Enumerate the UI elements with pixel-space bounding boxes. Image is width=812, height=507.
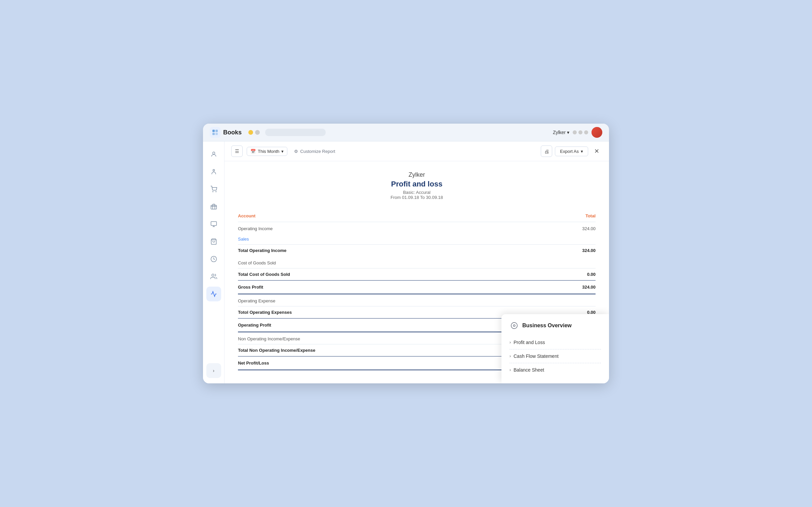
sidebar-item-items[interactable]	[206, 182, 221, 197]
maximize-dot[interactable]	[255, 130, 260, 135]
sidebar-item-purchases[interactable]	[206, 234, 221, 249]
app-name-label: Books	[223, 129, 242, 136]
cogs-header-label: Cost of Goods Sold	[238, 256, 543, 268]
col-total: Total	[543, 210, 596, 222]
org-name-label: Zylker ▾	[553, 130, 569, 135]
bo-chevron-profit: ›	[510, 340, 511, 345]
svg-point-15	[212, 274, 214, 277]
section-operating-expense: Operating Expense	[238, 294, 596, 306]
svg-point-4	[212, 152, 215, 154]
sales-label: Sales	[238, 234, 543, 245]
bo-cash-flow-label: Cash Flow Statement	[514, 353, 559, 359]
report-subtitle: Basic: Accural	[238, 190, 596, 195]
sidebar-expand-button[interactable]: ›	[206, 363, 221, 378]
report-title: Profit and loss	[238, 180, 596, 188]
col-account: Account	[238, 210, 543, 222]
sales-value	[543, 234, 596, 245]
sidebar-item-time[interactable]	[206, 252, 221, 266]
report-date-range: From 01.09.18 To 30.09.18	[238, 195, 596, 200]
svg-rect-3	[215, 133, 218, 135]
export-label: Export As	[560, 149, 579, 154]
operating-profit-label: Operating Profit	[238, 319, 543, 332]
report-header: Zylker Profit and loss Basic: Accural Fr…	[238, 171, 596, 200]
title-dot-2[interactable]	[578, 130, 582, 134]
calendar-icon: 📅	[250, 149, 256, 154]
title-search-bar	[265, 129, 326, 136]
close-button[interactable]: ✕	[591, 145, 602, 157]
bo-balance-sheet-item[interactable]: › Balance Sheet	[510, 363, 601, 377]
content-area: ☰ 📅 This Month ▾ ⚙ Customize Report 🖨	[225, 141, 609, 383]
business-overview-header: Business Overview	[510, 321, 601, 330]
gross-profit-value: 324.00	[543, 281, 596, 294]
print-button[interactable]: 🖨	[541, 145, 552, 157]
title-dot-1[interactable]	[573, 130, 577, 134]
report-toolbar: ☰ 📅 This Month ▾ ⚙ Customize Report 🖨	[225, 141, 609, 161]
svg-point-7	[215, 192, 216, 192]
menu-button[interactable]: ☰	[231, 145, 243, 157]
svg-rect-1	[215, 130, 218, 132]
sidebar-item-sales[interactable]	[206, 217, 221, 231]
print-icon: 🖨	[544, 149, 549, 154]
cogs-header-value	[543, 256, 596, 268]
window-controls	[248, 130, 260, 135]
app-logo: Books	[210, 127, 242, 138]
report-content: Zylker Profit and loss Basic: Accural Fr…	[225, 161, 609, 383]
dropdown-chevron: ▾	[281, 149, 284, 154]
total-cogs-row: Total Cost of Goods Sold 0.00	[238, 268, 596, 281]
org-dropdown-icon[interactable]: ▾	[567, 130, 569, 135]
bo-cash-flow-item[interactable]: › Cash Flow Statement	[510, 349, 601, 363]
sidebar-item-reports[interactable]	[206, 287, 221, 301]
date-filter-dropdown[interactable]: 📅 This Month ▾	[247, 147, 287, 156]
customize-label: Customize Report	[300, 149, 335, 154]
section-cogs: Cost of Goods Sold	[238, 256, 596, 268]
business-overview-title: Business Overview	[522, 323, 572, 329]
date-filter-label: This Month	[258, 149, 279, 154]
hamburger-icon: ☰	[235, 149, 239, 154]
title-bar: Books Zylker ▾	[203, 124, 609, 141]
svg-rect-8	[211, 205, 216, 209]
gross-profit-label: Gross Profit	[238, 281, 543, 294]
minimize-dot[interactable]	[248, 130, 253, 135]
section-header-value: 324.00	[543, 222, 596, 234]
business-overview-panel: Business Overview › Profit and Loss › Ca…	[501, 314, 609, 383]
customize-report-button[interactable]: ⚙ Customize Report	[291, 147, 338, 156]
svg-rect-2	[212, 133, 215, 135]
non-operating-header: Non Operating Income/Expense	[238, 332, 543, 344]
total-cogs-label: Total Cost of Goods Sold	[238, 268, 543, 281]
logo-icon	[210, 127, 220, 138]
sidebar-item-dashboard[interactable]	[206, 147, 221, 162]
toolbar-right: 🖨 Export As ▾ ✕	[541, 145, 602, 157]
bo-profit-loss-label: Profit and Loss	[514, 340, 545, 345]
total-operating-expenses-label: Totol Operating Expenses	[238, 306, 543, 319]
bo-balance-sheet-label: Balance Sheet	[514, 367, 544, 373]
bo-profit-loss-item[interactable]: › Profit and Loss	[510, 336, 601, 349]
total-operating-income-value: 324.00	[543, 245, 596, 257]
section-operating-income: Operating Income 324.00	[238, 222, 596, 234]
line-item-sales: Sales	[238, 234, 596, 245]
total-cogs-value: 0.00	[543, 268, 596, 281]
user-avatar[interactable]	[592, 127, 602, 138]
operating-expense-header: Operating Expense	[238, 294, 543, 306]
export-chevron: ▾	[581, 149, 583, 154]
sidebar-item-contacts[interactable]	[206, 164, 221, 179]
bo-chevron-cash: ›	[510, 354, 511, 358]
total-non-operating-label: Total Non Operating Income/Expense	[238, 344, 543, 356]
gear-icon: ⚙	[294, 149, 298, 154]
company-name: Zylker	[238, 171, 596, 178]
sales-link[interactable]: Sales	[238, 237, 249, 242]
svg-rect-0	[212, 130, 215, 132]
svg-rect-10	[211, 222, 216, 226]
sidebar: ›	[203, 141, 225, 383]
svg-point-6	[212, 192, 213, 192]
section-header-label: Operating Income	[238, 222, 543, 234]
title-bar-right: Zylker ▾	[553, 127, 602, 138]
business-overview-icon	[510, 321, 519, 330]
title-dot-3[interactable]	[584, 130, 588, 134]
sidebar-item-accountant[interactable]	[206, 269, 221, 284]
total-operating-income-label: Total Operating Income	[238, 245, 543, 257]
close-icon: ✕	[594, 147, 599, 155]
bo-chevron-balance: ›	[510, 368, 511, 372]
export-button[interactable]: Export As ▾	[555, 146, 588, 156]
sidebar-item-banking[interactable]	[206, 199, 221, 214]
title-action-dots	[573, 130, 588, 134]
